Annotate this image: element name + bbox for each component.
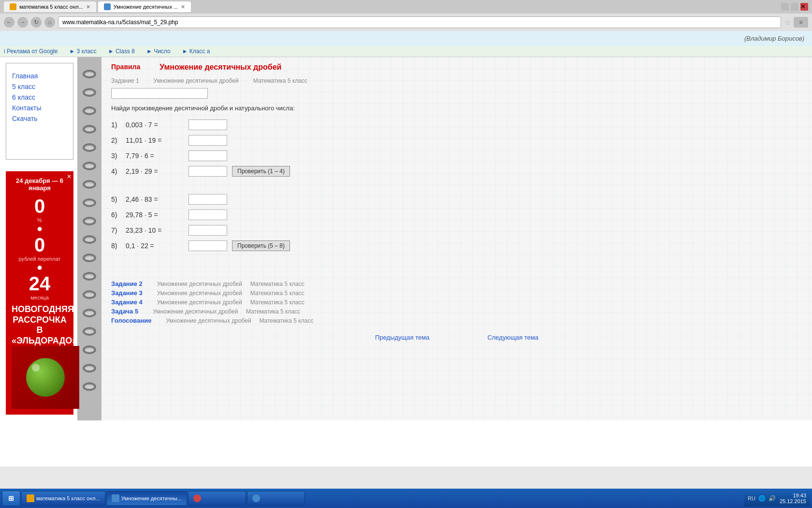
ad-link-1[interactable]: ► 3 класс [69, 48, 96, 55]
notebook-ring-12 [83, 272, 96, 281]
tab-active[interactable]: Умножение десятичных ... ✕ [98, 1, 191, 12]
section-link-zadanie2[interactable]: Задание 2 [111, 280, 143, 287]
section-link-row-4: Задача 5 Умножение десятичных дробей Мат… [111, 308, 802, 315]
sidebar-item-grade5[interactable]: 5 класс [12, 83, 67, 90]
problem-row-5: 5) 2,46 · 83 = [111, 194, 802, 205]
refresh-button[interactable]: ↻ [31, 17, 42, 28]
ad-percent-label: % [12, 217, 68, 223]
ad-link-4[interactable]: ► Класс а [182, 48, 210, 55]
prev-topic-link[interactable]: Предыдущая тема [375, 334, 429, 341]
breadcrumb-topic: Умножение десятичных дробей [154, 77, 239, 84]
tab-close-2[interactable]: ✕ [181, 4, 185, 10]
problem-expr-4: 2,19 · 29 = [126, 167, 184, 175]
ad-amount: 0 [12, 234, 68, 256]
header-text: (Владимир Борисов) [744, 35, 804, 42]
notebook-ring-9 [83, 217, 96, 225]
ad-date: 24 декабря — 6 января [12, 177, 68, 192]
notebook-ring-3 [83, 106, 96, 115]
tab-favicon-2 [104, 3, 111, 10]
ad-banner-title: НОВОГОДНЯЯ РАССРОЧКА В «ЭЛЬДОРАДО» [12, 304, 68, 346]
problem-input-7[interactable] [188, 225, 227, 236]
section-link-zadanie4[interactable]: Задание 4 [111, 299, 143, 306]
left-column: Главная 5 класс 6 класс Контакты Скачать… [0, 57, 77, 420]
ad-close-button[interactable]: ✕ [67, 173, 72, 180]
section-link-zadanie3[interactable]: Задание 3 [111, 289, 143, 297]
problem-input-8[interactable] [188, 240, 227, 251]
problem-row-7: 7) 23,23 · 10 = [111, 225, 802, 236]
section-links: Задание 2 Умножение десятичных дробей Ма… [111, 280, 802, 324]
forward-button[interactable]: → [17, 17, 28, 28]
section-link-zadacha5[interactable]: Задача 5 [111, 308, 138, 315]
notebook-ring-2 [83, 88, 96, 97]
problem-expr-5: 2,46 · 83 = [126, 195, 184, 203]
problem-input-4[interactable] [188, 166, 227, 177]
browser-controls: ← → ↻ ⌂ ☆ ≡ [0, 14, 812, 31]
rules-link[interactable]: Правила [111, 63, 140, 72]
sidebar-item-grade6[interactable]: 6 класс [12, 93, 67, 101]
problem-input-3[interactable] [188, 150, 227, 161]
problem-row-2: 2) 11,01 · 19 = [111, 135, 802, 146]
notebook-ring-1 [83, 70, 96, 78]
main-layout: Главная 5 класс 6 класс Контакты Скачать… [0, 57, 812, 420]
section-link-row-5: Голосование Умножение десятичных дробей … [111, 317, 802, 324]
content-area: Правила Умножение десятичных дробей Зада… [102, 57, 812, 420]
page-title: Умножение десятичных дробей [160, 63, 281, 72]
search-input[interactable] [111, 88, 208, 99]
problem-row-1: 1) 0,003 · 7 = [111, 120, 802, 130]
check-button-5-8[interactable]: Проверить (5 – 8) [232, 240, 290, 251]
address-bar[interactable] [58, 16, 781, 28]
section-meta-3: Умножение десятичных дробей Математика 5… [157, 299, 304, 306]
problem-num-2: 2) [111, 136, 121, 144]
problem-num-1: 1) [111, 121, 121, 129]
back-button[interactable]: ← [4, 17, 14, 28]
ad-link-3[interactable]: ► Число [146, 48, 171, 55]
problem-input-1[interactable] [188, 120, 227, 130]
window-close[interactable]: ✕ [800, 3, 808, 11]
problem-row-3: 3) 7,79 · 6 = [111, 150, 802, 161]
breadcrumb: Задание 1 Умножение десятичных дробей Ма… [111, 77, 802, 84]
next-topic-link[interactable]: Следующая тема [487, 334, 538, 341]
ad-label: i Реклама от Google [4, 48, 58, 55]
sidebar-item-contacts[interactable]: Контакты [12, 104, 67, 112]
bookmark-button[interactable]: ☆ [784, 18, 791, 27]
problem-expr-6: 29,78 · 5 = [126, 211, 184, 219]
home-button[interactable]: ⌂ [44, 17, 55, 28]
section-link-golosovanie[interactable]: Голосование [111, 317, 152, 324]
nav-links: Предыдущая тема Следующая тема [111, 334, 802, 341]
notebook-ring-11 [83, 254, 96, 262]
sidebar-item-download[interactable]: Скачать [12, 115, 67, 122]
section-link-row-2: Задание 3 Умножение десятичных дробей Ма… [111, 289, 802, 297]
tab-inactive[interactable]: математика 5 класс онл... ✕ [4, 1, 96, 12]
section-link-row-3: Задание 4 Умножение десятичных дробей Ма… [111, 299, 802, 306]
tab-close-1[interactable]: ✕ [86, 4, 90, 10]
problem-input-6[interactable] [188, 209, 227, 220]
section-meta-2: Умножение десятичных дробей Математика 5… [157, 290, 304, 297]
window-maximize[interactable] [791, 3, 798, 11]
problems-group-1: 1) 0,003 · 7 = 2) 11,01 · 19 = 3) 7,79 ·… [111, 120, 802, 177]
problem-num-8: 8) [111, 242, 121, 250]
ad-link-2[interactable]: ► Class 8 [108, 48, 135, 55]
menu-button[interactable]: ≡ [794, 17, 808, 28]
sidebar-item-home[interactable]: Главная [12, 72, 67, 80]
search-row [111, 88, 802, 99]
notebook-ring-14 [83, 309, 96, 317]
notebook-ring-5 [83, 143, 96, 152]
breadcrumb-task: Задание 1 [111, 77, 139, 84]
problem-row-4: 4) 2,19 · 29 = Проверить (1 – 4) [111, 166, 802, 177]
sidebar: Главная 5 класс 6 класс Контакты Скачать [6, 63, 73, 160]
check-button-1-4[interactable]: Проверить (1 – 4) [232, 166, 290, 177]
section-meta-5: Умножение десятичных дробей Математика 5… [166, 317, 314, 324]
notebook-ring-18 [83, 382, 96, 391]
ad-months-label: месяца [12, 295, 68, 300]
problem-input-5[interactable] [188, 194, 227, 205]
problem-input-2[interactable] [188, 135, 227, 146]
task-description: Найди произведение десятичной дроби и на… [111, 105, 802, 112]
browser-titlebar: математика 5 класс онл... ✕ Умножение де… [0, 0, 812, 14]
notebook-ring-16 [83, 345, 96, 354]
ad-dot2: ● [12, 262, 68, 273]
notebook-ring-6 [83, 162, 96, 170]
problem-expr-8: 0,1 · 22 = [126, 242, 184, 250]
problem-expr-3: 7,79 · 6 = [126, 152, 184, 160]
page-wrapper: (Владимир Борисов) i Реклама от Google ►… [0, 31, 812, 466]
window-minimize[interactable] [781, 3, 789, 11]
